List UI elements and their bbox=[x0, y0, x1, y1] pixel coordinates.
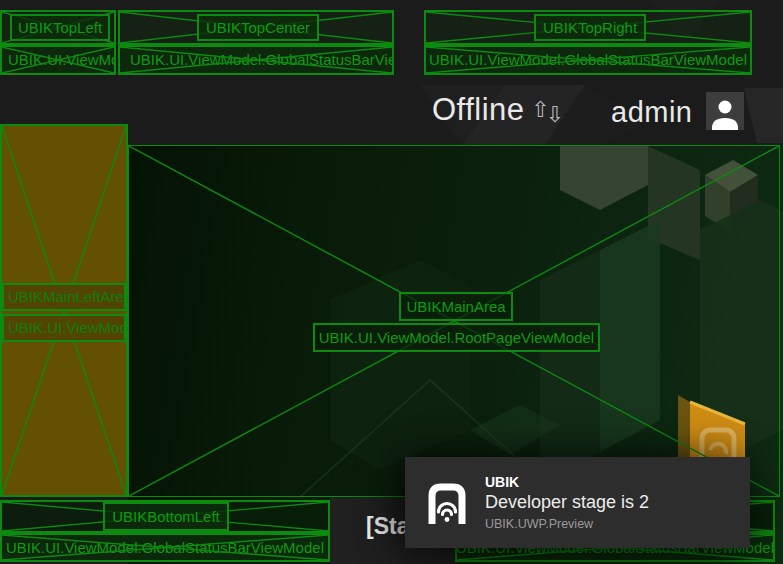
region-name-chip: UBIKTopRight bbox=[534, 14, 646, 41]
status-bar-text: [Sta bbox=[366, 513, 409, 540]
toast-message: Developer stage is 2 bbox=[485, 491, 649, 514]
region-top-left: UBIKTopLeft bbox=[0, 10, 116, 45]
viewmodel-chip-main-area: UBIK.UI.ViewModel.RootPageViewModel bbox=[313, 323, 600, 352]
region-main-left: UBIKMainLeftArea UBIK.UI.ViewModel bbox=[0, 124, 128, 497]
toast-source: UBIK.UWP.Preview bbox=[485, 516, 649, 533]
sync-arrows-icon[interactable]: ⇧⇩ bbox=[531, 97, 568, 123]
region-name-chip: UBIKBottomLeft bbox=[103, 502, 229, 531]
person-icon bbox=[710, 98, 740, 130]
viewmodel-chip-main-left: UBIK.UI.ViewModel bbox=[2, 314, 126, 342]
region-name-chip: UBIKMainLeftArea bbox=[2, 283, 126, 311]
user-avatar-button[interactable] bbox=[706, 92, 744, 130]
region-top-right: UBIKTopRight bbox=[424, 10, 752, 45]
connection-status-label: Offline bbox=[432, 92, 525, 128]
toast-notification[interactable]: UBIK Developer stage is 2 UBIK.UWP.Previ… bbox=[405, 457, 750, 548]
viewmodel-chip-top-center: UBIK.UI.ViewModel.GlobalStatusBarViewMod… bbox=[118, 45, 394, 75]
viewmodel-chip-top-right: UBIK.UI.ViewModel.GlobalStatusBarViewMod… bbox=[424, 45, 752, 75]
viewmodel-chip-bottom-left: UBIK.UI.ViewModel.GlobalStatusBarViewMod… bbox=[0, 533, 330, 562]
ubik-wifi-logo-icon bbox=[425, 480, 469, 526]
region-main-area: UBIKMainArea UBIK.UI.ViewModel.RootPageV… bbox=[128, 145, 780, 497]
region-name-chip: UBIKMainArea bbox=[399, 292, 513, 321]
region-name-chip: UBIKTopLeft bbox=[10, 14, 110, 41]
region-bottom-left: UBIKBottomLeft bbox=[0, 500, 330, 533]
app-window: Offline ⇧⇩ admin UBIKTopLeft UBIK.UI.Vie… bbox=[0, 0, 783, 564]
region-top-center: UBIKTopCenter bbox=[118, 10, 394, 45]
toast-app-title: UBIK bbox=[485, 473, 649, 491]
region-name-chip: UBIKTopCenter bbox=[197, 14, 319, 41]
viewmodel-chip-top-left: UBIK.UI.ViewModel.GlobalStatusBarViewMod… bbox=[0, 45, 116, 75]
user-name-label: admin bbox=[611, 96, 693, 129]
